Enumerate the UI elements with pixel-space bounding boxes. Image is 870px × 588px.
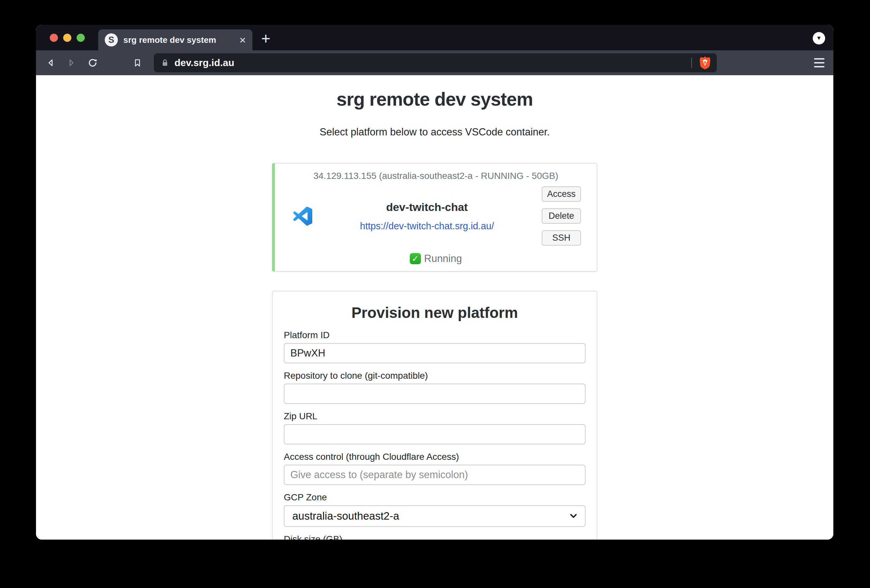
platform-id-label: Platform ID bbox=[284, 330, 585, 340]
minimize-window-button[interactable] bbox=[63, 34, 72, 42]
zoom-window-button[interactable] bbox=[77, 34, 85, 42]
browser-window: S srg remote dev system × + ▼ bbox=[36, 25, 833, 540]
page-subtitle: Select platform below to access VSCode c… bbox=[36, 126, 833, 138]
access-button[interactable]: Access bbox=[542, 186, 581, 202]
status-row: ✓ Running bbox=[275, 253, 597, 264]
lock-icon[interactable] bbox=[160, 58, 170, 67]
check-mark-icon: ✓ bbox=[410, 253, 421, 264]
title-bar: S srg remote dev system × + ▼ bbox=[36, 25, 833, 50]
back-arrow-icon bbox=[46, 58, 56, 68]
browser-tab[interactable]: S srg remote dev system × bbox=[98, 30, 252, 50]
repository-input[interactable] bbox=[284, 384, 585, 404]
window-controls bbox=[50, 34, 85, 42]
page-title: srg remote dev system bbox=[36, 88, 833, 110]
access-control-input[interactable] bbox=[284, 465, 585, 485]
platform-name: dev-twitch-chat bbox=[312, 201, 542, 214]
zip-url-input[interactable] bbox=[284, 424, 585, 444]
brave-shield-icon[interactable] bbox=[699, 56, 711, 70]
reload-icon bbox=[87, 58, 98, 68]
gcp-zone-select[interactable]: australia-southeast2-a bbox=[284, 505, 585, 527]
url-text: dev.srg.id.au bbox=[174, 57, 234, 68]
page-content: srg remote dev system Select platform be… bbox=[36, 75, 833, 540]
back-button[interactable] bbox=[44, 56, 58, 70]
platform-link[interactable]: https://dev-twitch-chat.srg.id.au/ bbox=[360, 221, 494, 232]
address-bar[interactable]: dev.srg.id.au bbox=[154, 53, 717, 72]
disk-size-label: Disk size (GB) bbox=[284, 534, 585, 540]
tab-title: srg remote dev system bbox=[124, 35, 239, 45]
bookmark-icon bbox=[133, 58, 142, 68]
status-label: Running bbox=[424, 253, 462, 264]
svelte-favicon-icon: S bbox=[105, 33, 118, 46]
bookmark-button[interactable] bbox=[130, 56, 145, 70]
forward-button[interactable] bbox=[64, 56, 78, 70]
reload-button[interactable] bbox=[85, 56, 100, 70]
provision-title: Provision new platform bbox=[284, 304, 585, 321]
address-bar-right bbox=[691, 56, 711, 70]
platform-row: dev-twitch-chat https://dev-twitch-chat.… bbox=[275, 181, 597, 246]
menu-button[interactable] bbox=[814, 56, 824, 69]
delete-button[interactable]: Delete bbox=[542, 208, 581, 224]
new-tab-button[interactable]: + bbox=[261, 31, 270, 46]
provision-card: Provision new platform Platform ID Repos… bbox=[272, 291, 597, 540]
access-control-label: Access control (through Cloudflare Acces… bbox=[284, 451, 585, 462]
gcp-zone-selected-value: australia-southeast2-a bbox=[292, 510, 399, 522]
platform-center: dev-twitch-chat https://dev-twitch-chat.… bbox=[312, 201, 542, 232]
zip-url-label: Zip URL bbox=[284, 411, 585, 422]
main-column: 34.129.113.155 (australia-southeast2-a -… bbox=[272, 163, 597, 540]
divider bbox=[691, 58, 692, 68]
vscode-icon bbox=[293, 207, 312, 226]
close-window-button[interactable] bbox=[50, 34, 58, 42]
chevron-down-icon bbox=[569, 512, 578, 520]
gcp-zone-label: GCP Zone bbox=[284, 492, 585, 503]
ssh-button[interactable]: SSH bbox=[542, 230, 581, 246]
tab-search-button[interactable]: ▼ bbox=[813, 32, 825, 45]
close-tab-icon[interactable]: × bbox=[239, 34, 246, 46]
browser-toolbar: dev.srg.id.au bbox=[36, 50, 833, 75]
chevron-down-icon: ▼ bbox=[816, 35, 822, 42]
platform-card: 34.129.113.155 (australia-southeast2-a -… bbox=[272, 163, 597, 272]
repository-label: Repository to clone (git-compatible) bbox=[284, 371, 585, 381]
platform-id-input[interactable] bbox=[284, 343, 585, 363]
platform-actions: Access Delete SSH bbox=[542, 186, 581, 246]
platform-instance-info: 34.129.113.155 (australia-southeast2-a -… bbox=[275, 171, 597, 181]
forward-arrow-icon bbox=[66, 58, 76, 68]
